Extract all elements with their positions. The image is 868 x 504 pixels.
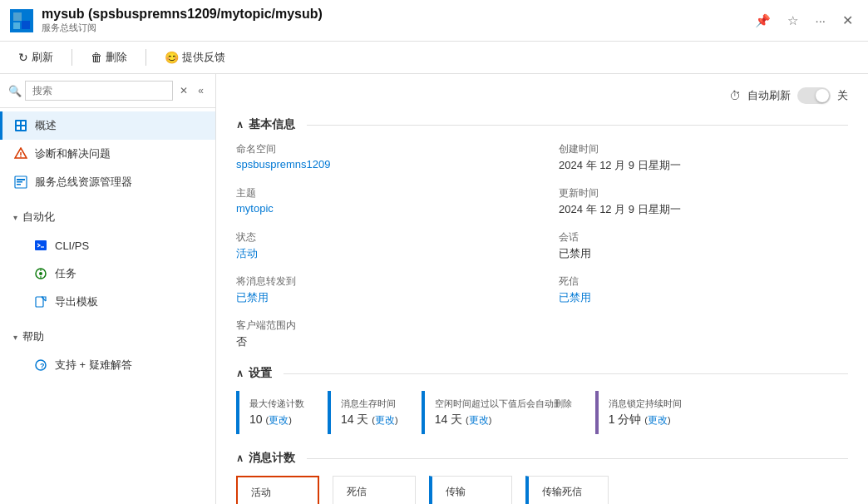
settings-chevron-icon: ∧ — [236, 368, 244, 379]
settings-card-1-link[interactable]: 更改 — [375, 414, 395, 426]
info-updated-time: 更新时间 2024 年 12 月 9 日星期一 — [559, 186, 848, 217]
client-scope-value: 否 — [236, 334, 525, 349]
auto-refresh-toggle[interactable] — [797, 87, 831, 104]
msg-count-card-transfer: 传输 0 消息 — [429, 476, 512, 504]
message-count-header: ∧ 消息计数 — [236, 451, 848, 466]
svg-rect-2 — [13, 22, 20, 29]
created-time-value: 2024 年 12 月 9 日星期一 — [559, 158, 848, 173]
svg-rect-0 — [13, 12, 22, 21]
info-status: 状态 活动 — [236, 230, 525, 261]
search-box: 🔍 ✕ « — [0, 74, 215, 108]
app-icon — [10, 9, 33, 32]
info-dead-letter: 死信 已禁用 — [559, 274, 848, 305]
delete-icon: 🗑 — [91, 51, 102, 64]
sidebar-item-support[interactable]: ? 支持 + 疑难解答 — [0, 351, 215, 379]
sidebar-help-header[interactable]: ▾ 帮助 — [0, 323, 215, 351]
star-icon[interactable]: ☆ — [782, 12, 803, 30]
support-icon: ? — [33, 358, 48, 373]
info-session: 会话 已禁用 — [559, 230, 848, 261]
refresh-button[interactable]: ↻ 刷新 — [13, 47, 58, 68]
info-namespace: 命名空间 spsbuspremns1209 — [236, 142, 525, 173]
svg-rect-1 — [23, 12, 30, 19]
status-label: 状态 — [236, 230, 525, 245]
forward-to-value[interactable]: 已禁用 — [236, 290, 525, 305]
sidebar-item-tasks-label: 任务 — [55, 266, 76, 281]
content-area: ⏱ 自动刷新 关 ∧ 基本信息 命名空间 spsbuspremns1209 创建… — [216, 74, 868, 504]
search-input[interactable] — [25, 81, 173, 101]
toggle-knob — [816, 89, 829, 102]
message-count-title: 消息计数 — [249, 451, 295, 466]
resource-manager-icon — [13, 175, 28, 190]
sidebar-automation-header[interactable]: ▾ 自动化 — [0, 203, 215, 231]
sidebar-item-diagnose[interactable]: 诊断和解决问题 — [0, 140, 215, 168]
settings-card-3-link[interactable]: 更改 — [648, 414, 668, 426]
msg-count-transfer-deadletter-label: 传输死信 — [542, 485, 594, 499]
delete-label: 删除 — [106, 50, 127, 65]
settings-card-2-link[interactable]: 更改 — [469, 414, 489, 426]
settings-cards: 最大传递计数 10 (更改) 消息生存时间 14 天 (更改) 空闲时间超过以下… — [236, 391, 848, 434]
sidebar-item-overview[interactable]: 概述 — [0, 111, 215, 140]
settings-card-0-value: 10 (更改) — [249, 413, 304, 427]
info-client-scope: 客户端范围内 否 — [236, 319, 525, 349]
settings-card-3: 消息锁定持续时间 1 分钟 (更改) — [595, 391, 692, 434]
settings-card-1-label: 消息生存时间 — [341, 398, 398, 409]
basic-info-header: ∧ 基本信息 — [236, 117, 848, 132]
basic-info-grid: 命名空间 spsbuspremns1209 创建时间 2024 年 12 月 9… — [236, 142, 848, 349]
search-clear-icon[interactable]: ✕ — [176, 83, 191, 98]
settings-card-3-value: 1 分钟 (更改) — [609, 413, 682, 427]
msg-count-card-active: 活动 0 消息 — [236, 476, 319, 504]
sidebar-item-export[interactable]: 导出模板 — [0, 288, 215, 316]
message-count-chevron-icon: ∧ — [236, 452, 244, 464]
svg-rect-13 — [17, 181, 22, 183]
pin-icon[interactable]: 📌 — [750, 12, 776, 30]
message-count-divider — [307, 458, 848, 459]
sidebar-item-tasks[interactable]: 任务 — [0, 259, 215, 288]
msg-count-card-transfer-deadletter: 传输死信 0 消息 — [525, 476, 609, 504]
topic-value[interactable]: mytopic — [236, 202, 525, 215]
feedback-button[interactable]: 😊 提供反馈 — [160, 47, 230, 68]
dead-letter-value[interactable]: 已禁用 — [559, 290, 848, 305]
search-collapse-icon[interactable]: « — [195, 83, 207, 98]
updated-time-label: 更新时间 — [559, 186, 848, 200]
topic-label: 主题 — [236, 186, 525, 200]
more-icon[interactable]: ··· — [810, 12, 831, 29]
sidebar-item-clips[interactable]: CLI/PS — [0, 231, 215, 259]
forward-to-label: 将消息转发到 — [236, 274, 525, 289]
delete-button[interactable]: 🗑 删除 — [86, 47, 132, 68]
settings-title: 设置 — [249, 366, 272, 381]
nav-section-automation: ▾ 自动化 CLI/PS — [0, 200, 215, 319]
settings-card-1-value: 14 天 (更改) — [341, 413, 398, 427]
automation-chevron-icon: ▾ — [13, 213, 17, 222]
msg-count-card-deadletter: 死信 0 消息 — [333, 476, 416, 504]
page-subtitle: 服务总线订阅 — [42, 22, 750, 34]
sidebar-item-resource-manager[interactable]: 服务总线资源管理器 — [0, 168, 215, 196]
namespace-value[interactable]: spsbuspremns1209 — [236, 158, 525, 170]
info-forward-to: 将消息转发到 已禁用 — [236, 274, 525, 305]
sidebar-item-overview-label: 概述 — [35, 118, 57, 133]
toolbar-sep-1 — [72, 49, 72, 66]
auto-refresh-label: 自动刷新 — [747, 88, 791, 103]
feedback-label: 提供反馈 — [182, 50, 225, 65]
toolbar: ↻ 刷新 🗑 删除 😊 提供反馈 — [0, 42, 868, 74]
dead-letter-label: 死信 — [559, 274, 848, 289]
close-icon[interactable]: ✕ — [837, 11, 858, 30]
toggle-state-label: 关 — [837, 88, 848, 103]
export-icon — [33, 294, 48, 309]
help-chevron-icon: ▾ — [13, 333, 17, 342]
settings-card-0-link[interactable]: 更改 — [269, 414, 289, 426]
svg-rect-7 — [17, 126, 20, 130]
auto-refresh-bar: ⏱ 自动刷新 关 — [236, 87, 848, 104]
created-time-label: 创建时间 — [559, 142, 848, 156]
svg-point-18 — [39, 272, 42, 275]
svg-rect-14 — [17, 184, 21, 185]
svg-rect-6 — [22, 121, 25, 125]
msg-count-deadletter-label: 死信 — [347, 485, 402, 499]
status-value[interactable]: 活动 — [236, 246, 525, 261]
sidebar-item-resource-manager-label: 服务总线资源管理器 — [35, 175, 132, 190]
settings-card-0-label: 最大传递计数 — [249, 398, 304, 409]
client-scope-label: 客户端范围内 — [236, 319, 525, 333]
session-label: 会话 — [559, 230, 848, 245]
svg-rect-12 — [17, 179, 25, 180]
main-container: 🔍 ✕ « 概述 — [0, 74, 868, 504]
basic-info-section: ∧ 基本信息 命名空间 spsbuspremns1209 创建时间 2024 年… — [236, 117, 848, 349]
